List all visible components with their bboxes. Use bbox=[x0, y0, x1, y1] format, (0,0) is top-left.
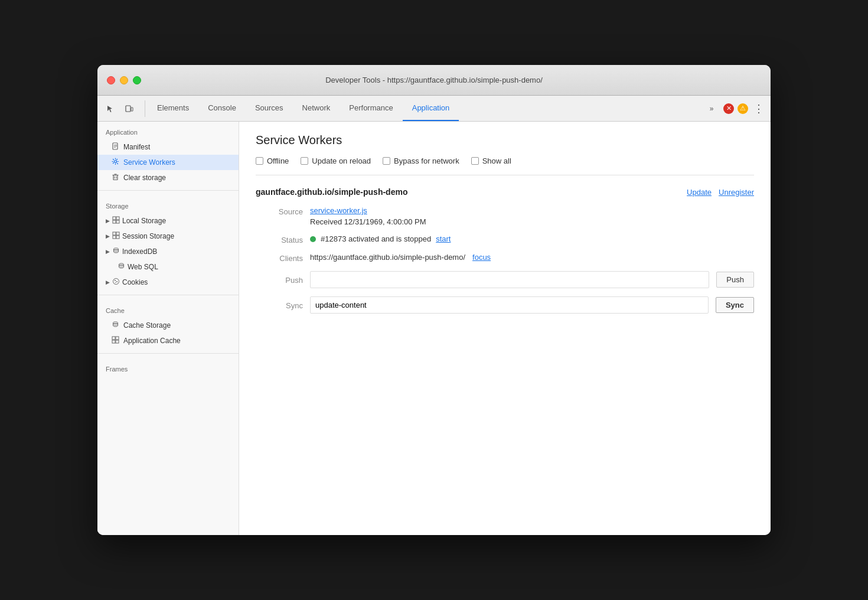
more-options-button[interactable]: ⋮ bbox=[752, 102, 766, 116]
cursor-icon[interactable] bbox=[102, 100, 119, 117]
offline-checkbox[interactable] bbox=[256, 157, 263, 165]
clients-label: Clients bbox=[256, 253, 303, 263]
tab-network[interactable]: Network bbox=[293, 96, 340, 121]
web-sql-label: Web SQL bbox=[128, 263, 158, 271]
sw-actions: Update Unregister bbox=[687, 188, 754, 197]
grid-icon-session bbox=[112, 231, 120, 241]
arrow-icon: ▶ bbox=[106, 233, 110, 239]
push-button[interactable]: Push bbox=[716, 272, 754, 288]
service-workers-label: Service Workers bbox=[123, 158, 175, 167]
arrow-icon: ▶ bbox=[106, 249, 110, 255]
status-dot bbox=[310, 236, 316, 242]
session-storage-label: Session Storage bbox=[122, 232, 174, 240]
show-all-option[interactable]: Show all bbox=[471, 156, 511, 165]
arrow-icon: ▶ bbox=[106, 218, 110, 224]
tab-console[interactable]: Console bbox=[198, 96, 246, 121]
window-title: Developer Tools - https://gauntface.gith… bbox=[325, 76, 543, 84]
tab-elements[interactable]: Elements bbox=[148, 96, 198, 121]
offline-label: Offline bbox=[267, 156, 289, 165]
start-link[interactable]: start bbox=[436, 234, 451, 243]
source-value: service-worker.js Received 12/31/1969, 4… bbox=[310, 206, 754, 226]
svg-point-20 bbox=[114, 248, 119, 250]
bypass-for-network-option[interactable]: Bypass for network bbox=[383, 156, 459, 165]
device-icon[interactable] bbox=[121, 100, 138, 117]
focus-link[interactable]: focus bbox=[472, 253, 491, 262]
tab-performance[interactable]: Performance bbox=[340, 96, 402, 121]
frames-section-header: Frames bbox=[97, 358, 239, 376]
sidebar-item-cookies[interactable]: ▶ Cookies bbox=[97, 275, 239, 290]
grid-icon-appcache bbox=[112, 336, 119, 345]
clear-storage-label: Clear storage bbox=[123, 174, 166, 182]
traffic-lights bbox=[107, 76, 141, 84]
local-storage-label: Local Storage bbox=[122, 217, 166, 225]
title-bar: Developer Tools - https://gauntface.gith… bbox=[97, 65, 771, 96]
db-icon-cache bbox=[112, 321, 119, 330]
devtools-body: Application Manifest bbox=[97, 122, 771, 535]
trash-icon bbox=[112, 173, 119, 182]
tab-sources[interactable]: Sources bbox=[246, 96, 293, 121]
sync-input[interactable] bbox=[310, 296, 709, 314]
more-tabs-button[interactable]: » bbox=[703, 100, 720, 117]
sidebar-item-manifest[interactable]: Manifest bbox=[97, 139, 239, 155]
indexeddb-label: IndexedDB bbox=[122, 247, 157, 256]
update-on-reload-checkbox[interactable] bbox=[301, 157, 308, 165]
clients-row: Clients https://gauntface.github.io/simp… bbox=[256, 253, 754, 263]
document-icon bbox=[112, 142, 119, 152]
svg-point-24 bbox=[113, 279, 119, 285]
warning-indicator[interactable]: ⚠ bbox=[738, 103, 748, 114]
sync-button[interactable]: Sync bbox=[716, 297, 754, 313]
svg-point-6 bbox=[115, 161, 117, 163]
maximize-button[interactable] bbox=[133, 76, 141, 84]
sidebar: Application Manifest bbox=[97, 122, 239, 535]
manifest-label: Manifest bbox=[123, 143, 150, 151]
received-date: 12/31/1969, 4:00:00 PM bbox=[344, 217, 426, 226]
update-link[interactable]: Update bbox=[687, 188, 712, 197]
nav-tabs: Elements Console Sources Network Perform… bbox=[148, 96, 703, 121]
svg-point-28 bbox=[113, 322, 118, 324]
storage-section-header: Storage bbox=[97, 195, 239, 213]
cache-storage-label: Cache Storage bbox=[123, 321, 171, 330]
sidebar-item-local-storage[interactable]: ▶ Local Storage bbox=[97, 213, 239, 229]
update-on-reload-option[interactable]: Update on reload bbox=[301, 156, 371, 165]
close-button[interactable] bbox=[107, 76, 115, 84]
minimize-button[interactable] bbox=[120, 76, 128, 84]
svg-rect-31 bbox=[116, 337, 119, 340]
sync-label: Sync bbox=[256, 300, 303, 310]
sidebar-item-clear-storage[interactable]: Clear storage bbox=[97, 170, 239, 185]
sidebar-item-web-sql[interactable]: Web SQL bbox=[97, 259, 239, 275]
sidebar-item-application-cache[interactable]: Application Cache bbox=[97, 333, 239, 348]
push-label: Push bbox=[256, 275, 303, 285]
devtools-window: Developer Tools - https://gauntface.gith… bbox=[97, 65, 771, 535]
application-cache-label: Application Cache bbox=[123, 337, 181, 345]
main-panel: Service Workers Offline Update on reload… bbox=[239, 122, 771, 535]
received-prefix: Received bbox=[310, 217, 344, 226]
push-input[interactable] bbox=[310, 271, 709, 288]
arrow-icon: ▶ bbox=[106, 279, 110, 285]
svg-rect-33 bbox=[116, 340, 119, 343]
source-label: Source bbox=[256, 206, 303, 216]
sidebar-item-session-storage[interactable]: ▶ Session Storage bbox=[97, 229, 239, 244]
bypass-for-network-label: Bypass for network bbox=[394, 156, 459, 165]
error-indicator[interactable]: ✕ bbox=[723, 103, 734, 114]
svg-rect-16 bbox=[113, 232, 116, 235]
show-all-checkbox[interactable] bbox=[471, 157, 479, 165]
sidebar-item-indexeddb[interactable]: ▶ IndexedDB bbox=[97, 244, 239, 259]
sidebar-item-cache-storage[interactable]: Cache Storage bbox=[97, 318, 239, 333]
tab-application[interactable]: Application bbox=[403, 96, 459, 121]
svg-rect-32 bbox=[112, 340, 115, 343]
toolbar-icons bbox=[102, 100, 145, 117]
status-label: Status bbox=[256, 234, 303, 244]
options-bar: Offline Update on reload Bypass for netw… bbox=[256, 156, 754, 175]
clients-url: https://gauntface.github.io/simple-push-… bbox=[310, 253, 465, 262]
bypass-for-network-checkbox[interactable] bbox=[383, 157, 390, 165]
grid-icon-local bbox=[112, 216, 120, 226]
unregister-link[interactable]: Unregister bbox=[719, 188, 754, 197]
svg-rect-18 bbox=[113, 236, 116, 239]
offline-option[interactable]: Offline bbox=[256, 156, 289, 165]
svg-rect-7 bbox=[113, 175, 118, 180]
db-icon-indexed bbox=[112, 247, 120, 256]
source-file-link[interactable]: service-worker.js bbox=[310, 206, 754, 215]
svg-point-25 bbox=[115, 280, 116, 281]
sidebar-item-service-workers[interactable]: Service Workers bbox=[97, 155, 239, 170]
svg-rect-30 bbox=[112, 337, 115, 340]
